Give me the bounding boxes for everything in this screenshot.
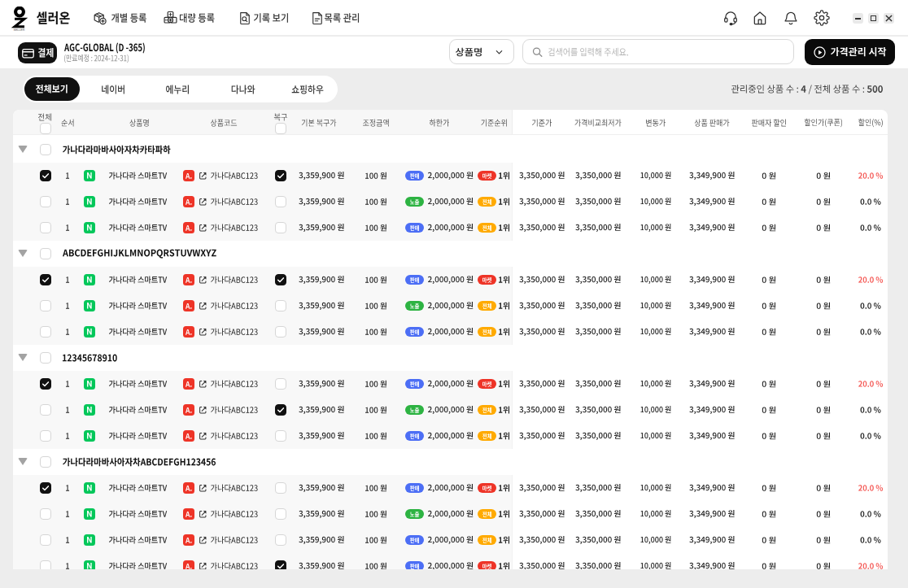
svg-text:SELLER: SELLER [14,28,25,32]
